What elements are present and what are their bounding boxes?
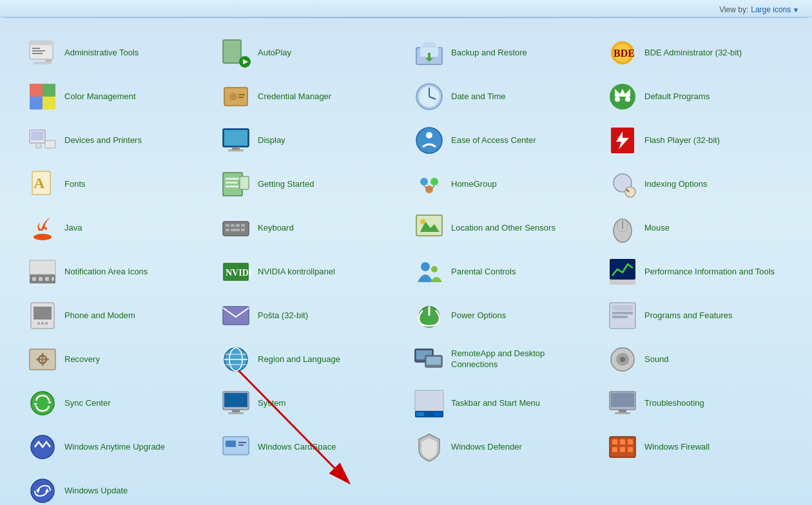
cp-item-getting[interactable]: Getting Started (213, 162, 406, 206)
color-icon (27, 81, 58, 112)
recovery-icon (27, 344, 58, 375)
cp-item-autoplay[interactable]: AutoPlay (213, 31, 406, 75)
cp-item-taskbar[interactable]: Taskbar and Start Menu (406, 381, 599, 425)
getting-label: Getting Started (258, 179, 314, 190)
view-by-label: View by: (719, 5, 748, 14)
cp-item-date[interactable]: Date and Time (406, 75, 599, 119)
cp-item-wdefender[interactable]: Windows Defender (406, 425, 599, 469)
cp-item-credential[interactable]: Credential Manager (213, 75, 406, 119)
control-panel-grid: Administrative ToolsColor ManagementDevi… (0, 18, 812, 505)
power-label: Power Options (451, 310, 506, 321)
system-icon (220, 388, 251, 419)
cp-item-fonts[interactable]: Fonts (19, 162, 213, 206)
troubleshoot-label: Troubleshooting (644, 398, 704, 409)
cp-item-perf[interactable]: Performance Information and Tools (599, 250, 793, 294)
cp-item-backup[interactable]: Backup and Restore (406, 31, 599, 75)
cp-item-wfirewall[interactable]: Windows Firewall (599, 425, 793, 469)
cp-item-notif[interactable]: Notification Area Icons (19, 250, 213, 294)
region-label: Region and Language (258, 354, 340, 365)
autoplay-icon (220, 37, 251, 68)
cp-item-homegroup[interactable]: HomeGroup (406, 162, 599, 206)
cp-item-devices[interactable]: Devices and Printers (19, 119, 213, 162)
wanytime-icon (27, 432, 58, 462)
programs-icon (607, 300, 638, 331)
perf-label: Performance Information and Tools (644, 267, 775, 278)
wupdate-label: Windows Update (64, 486, 128, 497)
keyboard-label: Keyboard (258, 223, 294, 234)
cp-item-mouse[interactable]: Mouse (599, 206, 793, 250)
location-label: Location and Other Sensors (451, 223, 556, 234)
cp-item-nvidia[interactable]: NVIDIA kontrollpanel (213, 250, 406, 294)
cp-item-remoteapp[interactable]: RemoteApp and Desktop Connections (406, 338, 599, 381)
cp-item-posta[interactable]: Pošta (32-bit) (213, 294, 406, 338)
date-icon (414, 81, 445, 112)
cp-item-location[interactable]: Location and Other Sensors (406, 206, 599, 250)
cp-item-programs[interactable]: Programs and Features (599, 294, 793, 338)
admin-label: Administrative Tools (64, 48, 139, 59)
cp-item-troubleshoot[interactable]: Troubleshooting (599, 381, 793, 425)
phone-label: Phone and Modem (64, 310, 135, 321)
backup-icon (414, 37, 445, 68)
wdefender-icon (414, 432, 445, 462)
color-label: Color Management (64, 91, 136, 102)
ease-label: Ease of Access Center (451, 135, 536, 146)
sync-icon (27, 388, 58, 419)
cp-item-display[interactable]: Display (213, 119, 406, 162)
wcardspace-icon (220, 432, 251, 462)
cp-item-sound[interactable]: Sound (599, 338, 793, 381)
cp-item-admin[interactable]: Administrative Tools (19, 31, 213, 75)
view-by-dropdown[interactable]: Large icons (751, 5, 799, 14)
notif-label: Notification Area Icons (64, 267, 148, 278)
cp-item-phone[interactable]: Phone and Modem (19, 294, 213, 338)
top-bar: View by: Large icons (0, 0, 812, 17)
java-icon (27, 213, 58, 243)
recovery-label: Recovery (64, 354, 100, 365)
wfirewall-label: Windows Firewall (644, 442, 710, 453)
flash-label: Flash Player (32-bit) (644, 135, 720, 146)
programs-label: Programs and Features (644, 310, 733, 321)
cp-item-flash[interactable]: Flash Player (32-bit) (599, 119, 793, 162)
cp-item-parental[interactable]: Parental Controls (406, 250, 599, 294)
phone-icon (27, 300, 58, 331)
cp-item-keyboard[interactable]: Keyboard (213, 206, 406, 250)
cp-item-ease[interactable]: Ease of Access Center (406, 119, 599, 162)
taskbar-label: Taskbar and Start Menu (451, 398, 540, 409)
homegroup-icon (414, 169, 445, 200)
cp-item-region[interactable]: Region and Language (213, 338, 406, 381)
cp-item-default[interactable]: Default Programs (599, 75, 793, 119)
display-label: Display (258, 135, 285, 146)
cp-item-recovery[interactable]: Recovery (19, 338, 213, 381)
cp-item-java[interactable]: Java (19, 206, 213, 250)
remoteapp-label: RemoteApp and Desktop Connections (451, 348, 592, 370)
cp-item-indexing[interactable]: Indexing Options (599, 162, 793, 206)
cp-item-wanytime[interactable]: Windows Anytime Upgrade (19, 425, 213, 469)
parental-label: Parental Controls (451, 267, 516, 278)
cp-item-system[interactable]: System (213, 381, 406, 425)
system-label: System (258, 398, 285, 409)
cp-item-color[interactable]: Color Management (19, 75, 213, 119)
cp-item-power[interactable]: Power Options (406, 294, 599, 338)
wanytime-label: Windows Anytime Upgrade (64, 442, 165, 453)
indexing-label: Indexing Options (644, 179, 708, 190)
wfirewall-icon (607, 432, 638, 462)
posta-icon (220, 300, 251, 331)
credential-label: Credential Manager (258, 91, 331, 102)
java-label: Java (64, 223, 82, 234)
credential-icon (220, 81, 251, 112)
troubleshoot-icon (607, 388, 638, 419)
column-1: Administrative ToolsColor ManagementDevi… (19, 31, 213, 505)
indexing-icon (607, 169, 638, 200)
cp-item-bde[interactable]: BDE Administrator (32-bit) (599, 31, 793, 75)
cp-item-sync[interactable]: Sync Center (19, 381, 213, 425)
fonts-label: Fonts (64, 179, 86, 190)
date-label: Date and Time (451, 91, 506, 102)
power-icon (414, 300, 445, 331)
column-2: AutoPlayCredential ManagerDisplayGetting… (213, 31, 406, 505)
homegroup-label: HomeGroup (451, 179, 497, 190)
cp-item-wupdate[interactable]: Windows Update (19, 469, 213, 505)
region-icon (220, 344, 251, 375)
wupdate-icon (27, 475, 58, 505)
flash-icon (607, 125, 638, 156)
posta-label: Pošta (32-bit) (258, 310, 308, 321)
cp-item-wcardspace[interactable]: Windows CardSpace (213, 425, 406, 469)
